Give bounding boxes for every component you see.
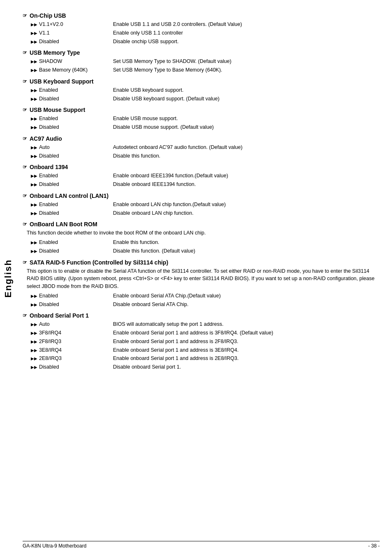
option-value-text: Enable onboard Serial ATA Chip.(Default … (113, 292, 380, 300)
option-row: ▶▶2F8/IRQ3Enable onboard Serial port 1 a… (31, 338, 380, 346)
option-arrow-icon: ▶▶ (31, 153, 37, 159)
option-key: ▶▶Enabled (31, 201, 113, 209)
section-title-sata-raid-5: ☞SATA RAID-5 Function (Controlled by Sil… (23, 259, 380, 266)
option-value-text: Enable USB 1.1 and USB 2.0 controllers. … (113, 21, 380, 28)
option-value-text: Enable onboard Serial port 1 and address… (113, 355, 380, 362)
option-value-text: Disable this function. (Default value) (113, 247, 380, 255)
cursor-icon: ☞ (23, 13, 27, 19)
section-onboard-1394: ☞Onboard 1394▶▶EnabledEnable onboard IEE… (23, 164, 380, 188)
option-key: ▶▶V1.1 (31, 29, 113, 37)
option-row: ▶▶SHADOWSet USB Memory Type to SHADOW. (… (31, 58, 380, 65)
option-key-text: 3F8/IRQ4 (39, 329, 61, 337)
option-value-text: Enable onboard Serial port 1 and address… (113, 329, 380, 337)
section-title-text: Onboard LAN control (LAN1) (30, 193, 108, 199)
option-key: ▶▶SHADOW (31, 58, 113, 65)
option-value-text: Disable USB mouse support. (Default valu… (113, 123, 380, 131)
section-title-text: Onboard 1394 (30, 164, 68, 170)
option-arrow-icon: ▶▶ (31, 87, 37, 93)
option-key: ▶▶Disabled (31, 181, 113, 188)
option-arrow-icon: ▶▶ (31, 202, 37, 208)
option-key: ▶▶3F8/IRQ4 (31, 329, 113, 337)
option-arrow-icon: ▶▶ (31, 21, 37, 28)
option-key: ▶▶2F8/IRQ3 (31, 338, 113, 346)
option-row: ▶▶3E8/IRQ4Enable onboard Serial port 1 a… (31, 346, 380, 354)
option-value-text: Disable this function. (113, 152, 380, 160)
option-row: ▶▶DisabledDisable this function. (31, 152, 380, 160)
option-key: ▶▶Enabled (31, 86, 113, 94)
option-arrow-icon: ▶▶ (31, 302, 37, 308)
section-title-text: AC97 Audio (30, 135, 62, 142)
option-value-text: Disable USB keyboard support. (Default v… (113, 95, 380, 103)
option-value-text: BIOS will automatically setup the port 1… (113, 320, 380, 328)
cursor-icon: ☞ (23, 260, 27, 265)
section-onboard-serial-port-1: ☞Onboard Serial Port 1▶▶AutoBIOS will au… (23, 312, 380, 371)
section-title-on-chip-usb: ☞On-Chip USB (23, 12, 380, 19)
option-row: ▶▶AutoAutodetect onboard AC'97 audio fun… (31, 144, 380, 151)
option-arrow-icon: ▶▶ (31, 58, 37, 65)
option-arrow-icon: ▶▶ (31, 116, 37, 122)
section-onboard-lan-control: ☞Onboard LAN control (LAN1)▶▶EnabledEnab… (23, 193, 380, 217)
option-row: ▶▶2E8/IRQ3Enable onboard Serial port 1 a… (31, 355, 380, 362)
option-key-text: Auto (39, 144, 50, 151)
option-key-text: 2F8/IRQ3 (39, 338, 61, 346)
section-title-text: OnBoard LAN Boot ROM (30, 221, 97, 227)
option-row: ▶▶DisabledDisable USB keyboard support. … (31, 95, 380, 103)
section-on-chip-usb: ☞On-Chip USB▶▶V1.1+V2.0Enable USB 1.1 an… (23, 12, 380, 45)
option-value-text: Disable onchip USB support. (113, 38, 380, 46)
option-key-text: Enabled (39, 115, 58, 123)
option-row: ▶▶EnabledEnable onboard IEEE1394 functio… (31, 172, 380, 180)
option-arrow-icon: ▶▶ (31, 210, 37, 216)
option-key: ▶▶Disabled (31, 363, 113, 371)
option-row: ▶▶DisabledDisable onboard Serial ATA Chi… (31, 301, 380, 309)
option-arrow-icon: ▶▶ (31, 173, 37, 179)
section-title-text: SATA RAID-5 Function (Controlled by Sil3… (30, 259, 168, 266)
option-key-text: Disabled (39, 38, 59, 46)
option-value-text: Enable onboard IEEE1394 function.(Defaul… (113, 172, 380, 180)
option-key-text: Disabled (39, 181, 59, 188)
option-row: ▶▶DisabledDisable onboard Serial port 1. (31, 363, 380, 371)
option-key-text: Disabled (39, 301, 59, 309)
section-title-text: USB Keyboard Support (30, 78, 94, 85)
footer-left: GA-K8N Ultra-9 Motherboard (23, 543, 86, 549)
option-row: ▶▶V1.1+V2.0Enable USB 1.1 and USB 2.0 co… (31, 21, 380, 28)
section-usb-keyboard-support: ☞USB Keyboard Support▶▶EnabledEnable USB… (23, 78, 380, 103)
option-key-text: Enabled (39, 172, 58, 180)
option-key-text: Enabled (39, 239, 58, 246)
footer: GA-K8N Ultra-9 Motherboard - 38 - (23, 541, 380, 549)
option-key-text: Base Memory (640K) (39, 66, 88, 74)
option-value-text: Set USB Memory Type to Base Memory (640K… (113, 66, 380, 74)
option-key-text: V1.1+V2.0 (39, 21, 63, 28)
option-value-text: Autodetect onboard AC'97 audio function.… (113, 144, 380, 151)
option-key-text: V1.1 (39, 29, 50, 37)
option-key: ▶▶3E8/IRQ4 (31, 346, 113, 354)
option-key: ▶▶Disabled (31, 123, 113, 131)
section-title-text: Onboard Serial Port 1 (30, 312, 89, 319)
option-key: ▶▶2E8/IRQ3 (31, 355, 113, 362)
option-key: ▶▶Disabled (31, 95, 113, 103)
section-title-onboard-1394: ☞Onboard 1394 (23, 164, 380, 170)
cursor-icon: ☞ (23, 136, 27, 142)
option-key-text: Enabled (39, 86, 58, 94)
option-key: ▶▶Enabled (31, 172, 113, 180)
cursor-icon: ☞ (23, 313, 27, 318)
main-content: ☞On-Chip USB▶▶V1.1+V2.0Enable USB 1.1 an… (23, 0, 380, 392)
option-key: ▶▶V1.1+V2.0 (31, 21, 113, 28)
option-key-text: Enabled (39, 201, 58, 209)
cursor-icon: ☞ (23, 107, 27, 113)
cursor-icon: ☞ (23, 50, 27, 56)
option-row: ▶▶EnabledEnable this function. (31, 239, 380, 246)
option-key-text: Disabled (39, 123, 59, 131)
section-usb-memory-type: ☞USB Memory Type▶▶SHADOWSet USB Memory T… (23, 49, 380, 74)
option-arrow-icon: ▶▶ (31, 181, 37, 188)
option-arrow-icon: ▶▶ (31, 144, 37, 151)
option-key-text: 2E8/IRQ3 (39, 355, 62, 362)
option-row: ▶▶DisabledDisable this function. (Defaul… (31, 247, 380, 255)
option-arrow-icon: ▶▶ (31, 39, 37, 45)
section-sata-raid-5: ☞SATA RAID-5 Function (Controlled by Sil… (23, 259, 380, 309)
section-desc: This option is to enable or disable the … (27, 267, 380, 290)
option-row: ▶▶EnabledEnable USB mouse support. (31, 115, 380, 123)
option-key: ▶▶Enabled (31, 239, 113, 246)
cursor-icon: ☞ (23, 193, 27, 199)
option-row: ▶▶Base Memory (640K)Set USB Memory Type … (31, 66, 380, 74)
option-arrow-icon: ▶▶ (31, 330, 37, 336)
